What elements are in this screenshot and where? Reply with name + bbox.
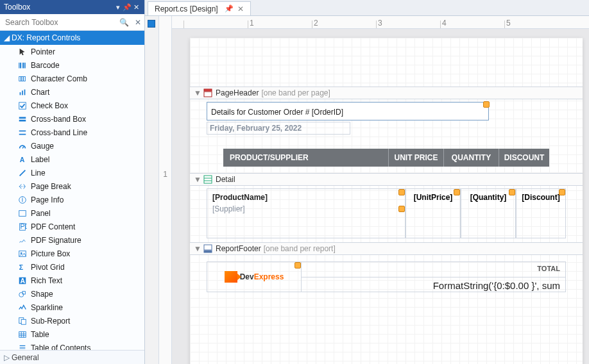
toolbox-item-sparkline[interactable]: Sparkline — [0, 301, 144, 314]
svg-rect-38 — [204, 92, 212, 97]
cell-unitprice[interactable]: [UnitPrice] — [405, 188, 461, 238]
toolbox-item-line[interactable]: Line — [0, 166, 144, 179]
toolbox-item-label: Picture Box — [31, 249, 70, 258]
crossbox-icon — [14, 115, 31, 124]
col-quantity: QUANTITY — [444, 149, 499, 167]
col-product: PRODUCT/SUPPLIER — [223, 149, 389, 167]
smart-tag-icon[interactable] — [454, 189, 460, 195]
toolbox-search-input[interactable] — [0, 15, 116, 29]
total-expression: FormatString('{0:$0.00 }', sum — [302, 277, 565, 292]
pivot-icon: Σ — [14, 263, 31, 272]
pin-icon[interactable]: 📌 — [123, 3, 132, 12]
selection-handle-icon[interactable] — [148, 20, 155, 28]
toolbox-item-picturebox[interactable]: Picture Box — [0, 247, 144, 260]
document-tab[interactable]: Report.cs [Design] 📌 ✕ — [148, 1, 251, 15]
svg-text:A: A — [21, 276, 26, 284]
col-unitprice: UNIT PRICE — [389, 149, 444, 167]
selection-gutter[interactable] — [145, 16, 159, 364]
toolbox-item-gauge[interactable]: Gauge — [0, 139, 144, 153]
toolbox-item-richtext[interactable]: ARich Text — [0, 274, 144, 287]
cell-quantity[interactable]: [Quantity] — [461, 188, 516, 238]
toolbox-item-label: Rich Text — [31, 276, 62, 285]
tab-close-icon[interactable]: ✕ — [237, 4, 244, 13]
column-header-row[interactable]: PRODUCT/SUPPLIER UNIT PRICE QUANTITY DIS… — [223, 149, 549, 167]
toolbox-item-crossbox[interactable]: Cross-band Box — [0, 112, 144, 126]
pageheader-band-header[interactable]: ▼ PageHeader [one band per page] — [190, 87, 583, 99]
cell-product[interactable]: [ProductName] [Supplier] — [207, 188, 405, 238]
smart-tag-icon[interactable] — [398, 189, 405, 195]
report-page[interactable]: ▼ PageHeader [one band per page] Details… — [190, 38, 583, 364]
chart-icon — [14, 88, 31, 97]
svg-rect-3 — [20, 92, 21, 95]
toolbox-item-panel[interactable]: Panel — [0, 206, 144, 220]
charcomb-icon — [14, 74, 31, 83]
toolbox-item-table[interactable]: Table — [0, 327, 144, 341]
toolbox-panel: Toolbox ▾ 📌 ✕ 🔍 ✕ ◢ DX: Report Controls … — [0, 0, 145, 364]
dropdown-icon[interactable]: ▾ — [114, 3, 123, 12]
detail-band-body[interactable]: [ProductName] [Supplier] [UnitPrice] [Qu… — [207, 188, 566, 238]
search-icon[interactable]: 🔍 — [116, 18, 132, 27]
collapse-band-icon[interactable]: ▼ — [194, 175, 203, 184]
smart-tag-icon[interactable] — [483, 101, 490, 108]
reportfooter-band-body[interactable]: DevExpress TOTAL FormatString('{0:$0.00 … — [207, 261, 566, 292]
date-label[interactable]: Friday, February 25, 2022 — [207, 122, 350, 135]
ruler-mark: 3 — [376, 21, 440, 28]
logo-picturebox[interactable]: DevExpress — [207, 261, 302, 292]
toolbox-item-crossline[interactable]: Cross-band Line — [0, 126, 144, 139]
pageheader-band-body[interactable]: Details for Customer Order # [OrderID] F… — [190, 99, 583, 173]
toolbox-item-chart[interactable]: Chart — [0, 85, 144, 99]
total-cell[interactable]: TOTAL FormatString('{0:$0.00 }', sum — [302, 261, 566, 292]
clear-search-icon[interactable]: ✕ — [132, 18, 144, 27]
toolbox-item-pagebreak[interactable]: Page Break — [0, 179, 144, 193]
toolbox-item-label: Sparkline — [31, 303, 63, 312]
toolbox-item-label: PDF Content — [31, 222, 75, 231]
close-icon[interactable]: ✕ — [132, 3, 141, 12]
toolbox-item-pdfcontent[interactable]: PDFPDF Content — [0, 220, 144, 233]
ruler-mark: 2 — [312, 21, 376, 28]
smart-tag-icon[interactable] — [559, 189, 565, 195]
svg-text:Σ: Σ — [19, 263, 23, 270]
designer-panel: Report.cs [Design] 📌 ✕ 1 12345 ▼ PageHea… — [145, 0, 589, 364]
toolbox-item-label[interactable]: ALabel — [0, 153, 144, 166]
collapse-band-icon[interactable]: ▼ — [194, 244, 203, 253]
toolbox-group-header[interactable]: ◢ DX: Report Controls — [0, 31, 144, 45]
svg-rect-28 — [21, 319, 26, 324]
toolbox-item-label: Label — [31, 155, 49, 164]
svg-rect-43 — [204, 251, 212, 252]
tab-pin-icon[interactable]: 📌 — [225, 4, 234, 13]
toolbox-item-shape[interactable]: Shape — [0, 287, 144, 301]
band-hint: [one band per report] — [264, 244, 336, 253]
report-canvas[interactable]: ▼ PageHeader [one band per page] Details… — [172, 29, 589, 364]
reportfooter-band-header[interactable]: ▼ ReportFooter [one band per report] — [190, 242, 583, 255]
toolbox-item-charcomb[interactable]: Character Comb — [0, 72, 144, 85]
band-label: ReportFooter — [216, 244, 261, 253]
toolbox-item-pageinfo[interactable]: iPage Info — [0, 193, 144, 206]
checkbox-icon — [14, 101, 31, 110]
toolbox-item-toc[interactable]: Table of Contents — [0, 341, 144, 350]
title-label[interactable]: Details for Customer Order # [OrderID] — [207, 102, 489, 120]
smart-tag-icon[interactable] — [294, 262, 301, 269]
toolbox-item-label: PDF Signature — [31, 236, 81, 245]
toolbox-footer-group[interactable]: ▷ General — [0, 350, 144, 364]
toolbox-item-pointer[interactable]: Pointer — [0, 45, 144, 58]
toolbox-item-label: Sub-Report — [31, 317, 70, 326]
toolbox-item-label: Table — [31, 330, 49, 339]
collapse-band-icon[interactable]: ▼ — [194, 88, 203, 97]
detail-band-header[interactable]: ▼ Detail — [190, 173, 583, 186]
horizontal-ruler[interactable]: 12345 — [172, 16, 589, 29]
toolbox-item-label: Gauge — [31, 142, 54, 151]
toolbox-item-pivot[interactable]: ΣPivot Grid — [0, 260, 144, 274]
smart-tag-icon[interactable] — [398, 206, 405, 212]
pageheader-band-icon — [203, 88, 213, 97]
toolbox-item-subreport[interactable]: Sub-Report — [0, 314, 144, 327]
svg-rect-2 — [24, 76, 26, 81]
svg-line-13 — [20, 170, 26, 176]
toolbox-item-barcode[interactable]: Barcode — [0, 58, 144, 72]
toolbox-list: PointerBarcodeCharacter CombChartCheck B… — [0, 45, 144, 350]
smart-tag-icon[interactable] — [509, 189, 515, 195]
pdfcontent-icon: PDF — [14, 222, 31, 231]
toolbox-item-checkbox[interactable]: Check Box — [0, 99, 144, 112]
toolbox-item-pdfsig[interactable]: PDF Signature — [0, 233, 144, 247]
cell-discount[interactable]: [Discount] — [516, 188, 566, 238]
vertical-ruler[interactable]: 1 — [159, 16, 172, 364]
